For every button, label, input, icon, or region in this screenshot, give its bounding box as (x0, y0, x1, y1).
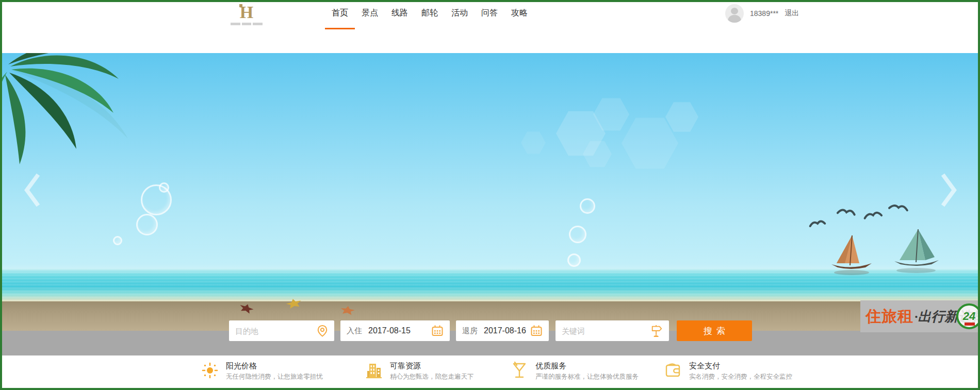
signpost-icon (650, 324, 663, 337)
calendar-icon (431, 325, 444, 337)
bubble (569, 226, 586, 243)
logout-link[interactable]: 退出 (785, 9, 799, 18)
carousel-prev-button[interactable] (21, 171, 43, 211)
sailboat-teal (891, 227, 941, 277)
logo-monogram: H (240, 3, 253, 22)
feature-desc: 精心为您甄选，陪您走遍天下 (390, 372, 474, 381)
feature-desc: 无任何隐性消费，让您旅途零担忧 (226, 372, 323, 381)
nav-item-guides[interactable]: 攻略 (504, 7, 534, 19)
destination-input[interactable] (235, 327, 313, 335)
checkout-label: 退房 (462, 326, 478, 336)
feature-title: 优质服务 (535, 361, 639, 371)
sun-icon (200, 361, 220, 380)
feature-title: 安全支付 (689, 361, 792, 371)
nav-item-qa[interactable]: 问答 (475, 7, 504, 19)
nav-item-activities[interactable]: 活动 (445, 7, 475, 19)
nav-item-home[interactable]: 首页 (325, 7, 355, 19)
user-area: 18389*** 退出 (725, 4, 799, 23)
carousel-next-button[interactable] (938, 171, 960, 211)
nav-item-cruises[interactable]: 邮轮 (415, 7, 445, 19)
nav-item-routes[interactable]: 线路 (385, 7, 415, 19)
bubble (567, 253, 581, 267)
starfish-darkred (233, 303, 258, 319)
feature-resources: 可靠资源 精心为您甄选，陪您走遍天下 (364, 361, 474, 381)
chevron-right-icon (939, 172, 959, 209)
features-strip: 阳光价格 无任何隐性消费，让您旅途零担忧 (0, 355, 980, 390)
checkin-box[interactable]: 入住 2017-08-15 (340, 320, 450, 341)
keyword-box[interactable] (556, 320, 669, 341)
hero-banner (0, 53, 980, 331)
brand-logo[interactable]: H (226, 3, 267, 26)
bokeh-hexagon (665, 100, 698, 133)
location-pin-icon (317, 325, 328, 337)
bubble (113, 236, 122, 245)
palm-tree (0, 53, 144, 180)
checkin-date: 2017-08-15 (368, 326, 427, 335)
cocktail-icon (510, 361, 529, 380)
starfish-orange (334, 306, 360, 321)
search-button[interactable]: 搜索 (677, 320, 752, 341)
checkout-box[interactable]: 退房 2017-08-16 (456, 320, 549, 341)
bokeh-hexagon (521, 130, 546, 155)
page: H 首页 景点 线路 邮轮 活动 问答 攻略 18389*** 退出 (0, 0, 980, 390)
calendar-icon (530, 325, 543, 337)
sailboat-orange (829, 233, 874, 278)
feature-service: 优质服务 严谨的服务标准，让您体验优质服务 (510, 361, 639, 381)
bubble (580, 198, 595, 214)
bubble (136, 214, 158, 235)
building-icon (364, 361, 384, 380)
feature-desc: 严谨的服务标准，让您体验优质服务 (535, 372, 639, 381)
checkout-date: 2017-08-16 (484, 326, 526, 335)
main-nav: 首页 景点 线路 邮轮 活动 问答 攻略 (325, 7, 534, 19)
feature-title: 阳光价格 (226, 361, 323, 371)
checkin-label: 入住 (347, 326, 362, 336)
header: H 首页 景点 线路 邮轮 活动 问答 攻略 18389*** 退出 (0, 0, 980, 53)
username: 18389*** (750, 9, 778, 18)
feature-price: 阳光价格 无任何隐性消费，让您旅途零担忧 (200, 361, 323, 381)
user-avatar[interactable] (725, 4, 744, 23)
feature-payment: 安全支付 实名消费，安全消费，全程安全监控 (663, 361, 792, 381)
bubble (159, 182, 169, 193)
search-bar: 入住 2017-08-15 退房 2017-08-16 (0, 320, 980, 341)
nav-item-attractions[interactable]: 景点 (355, 7, 385, 19)
logo-subtext (231, 23, 263, 26)
destination-box[interactable] (229, 320, 334, 341)
starfish-yellow (281, 298, 308, 315)
chevron-left-icon (22, 172, 42, 209)
feature-title: 可靠资源 (390, 361, 474, 371)
keyword-input[interactable] (562, 327, 646, 335)
feature-desc: 实名消费，安全消费，全程安全监控 (689, 372, 792, 381)
wallet-icon (663, 361, 683, 380)
